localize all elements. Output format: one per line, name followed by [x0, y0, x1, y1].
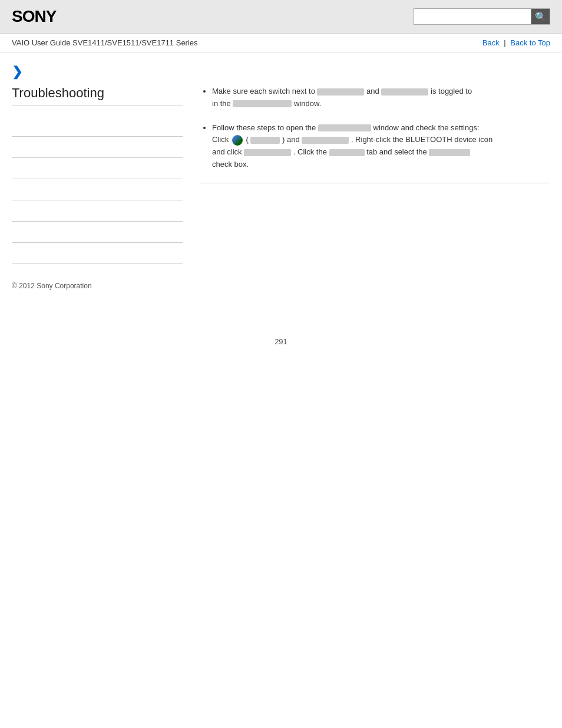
redacted-1c — [233, 100, 292, 107]
header: SONY 🔍 — [0, 0, 562, 34]
sidebar-item-7 — [12, 243, 183, 264]
bullet-2-text-1: Follow these steps to open the — [212, 123, 318, 132]
bullet-2-text-9: tab and select the — [366, 147, 429, 156]
content-divider — [200, 183, 550, 183]
bullet-2-text-10: check box. — [212, 160, 249, 169]
sony-logo: SONY — [12, 7, 56, 26]
bullet-2-text-2: window and check the settings: — [373, 123, 480, 132]
bullet-1-text-2: and — [366, 87, 381, 95]
search-input[interactable] — [414, 8, 531, 25]
redacted-2b — [250, 137, 280, 144]
bullet-1-text-4: in the — [212, 99, 233, 108]
sidebar-item-1 — [12, 116, 183, 137]
search-button[interactable]: 🔍 — [531, 8, 550, 25]
redacted-2a — [318, 124, 371, 131]
nav-separator: | — [504, 38, 508, 47]
bullet-item-1: Make sure each switch next to and is tog… — [212, 85, 550, 110]
redacted-2e — [329, 149, 365, 156]
bullet-1-text-1: Make sure each switch next to — [212, 87, 317, 95]
bullet-2-text-4: ( — [246, 135, 248, 144]
page-number: 291 — [0, 337, 562, 358]
search-icon: 🔍 — [535, 11, 547, 22]
redacted-1a — [317, 88, 364, 95]
sidebar-item-2 — [12, 137, 183, 158]
bullet-2-text-6: . Right-click the BLUETOOTH device icon — [351, 135, 492, 144]
redacted-2c — [302, 137, 349, 144]
footer-copyright: © 2012 Sony Corporation — [12, 282, 550, 290]
sidebar-item-4 — [12, 179, 183, 200]
bullet-2-text-3: Click — [212, 135, 231, 144]
back-link[interactable]: Back — [482, 38, 500, 47]
redacted-2f — [429, 149, 470, 156]
troubleshooting-section: Troubleshooting Make sure each switch ne… — [12, 85, 550, 264]
section-title: Troubleshooting — [12, 85, 183, 106]
sidebar-item-6 — [12, 222, 183, 243]
content: ❯ Troubleshooting Make sure each switch … — [0, 52, 562, 314]
bullet-2-text-7: and click — [212, 147, 244, 156]
sidebar-item-5 — [12, 200, 183, 222]
bullet-2-text-5: ) and — [282, 135, 302, 144]
redacted-2d — [244, 149, 291, 156]
back-to-top-link[interactable]: Back to Top — [510, 38, 550, 47]
search-area: 🔍 — [414, 8, 550, 25]
nav-links: Back | Back to Top — [482, 38, 550, 47]
bullet-1-text-5: window. — [294, 99, 321, 108]
redacted-1b — [381, 88, 428, 95]
bullet-2-text-8: . Click the — [293, 147, 329, 156]
nav-title: VAIO User Guide SVE1411/SVE1511/SVE1711 … — [12, 38, 198, 47]
main-content: Make sure each switch next to and is tog… — [194, 85, 550, 264]
sidebar-item-3 — [12, 158, 183, 179]
windows-start-icon — [232, 135, 243, 146]
bullet-item-2: Follow these steps to open the window an… — [212, 122, 550, 171]
bullet-list: Make sure each switch next to and is tog… — [200, 85, 550, 171]
nav-bar: VAIO User Guide SVE1411/SVE1511/SVE1711 … — [0, 34, 562, 52]
bullet-1-text-3: is toggled to — [431, 87, 472, 95]
section-arrow-icon: ❯ — [12, 64, 550, 80]
left-sidebar: Troubleshooting — [12, 85, 194, 264]
